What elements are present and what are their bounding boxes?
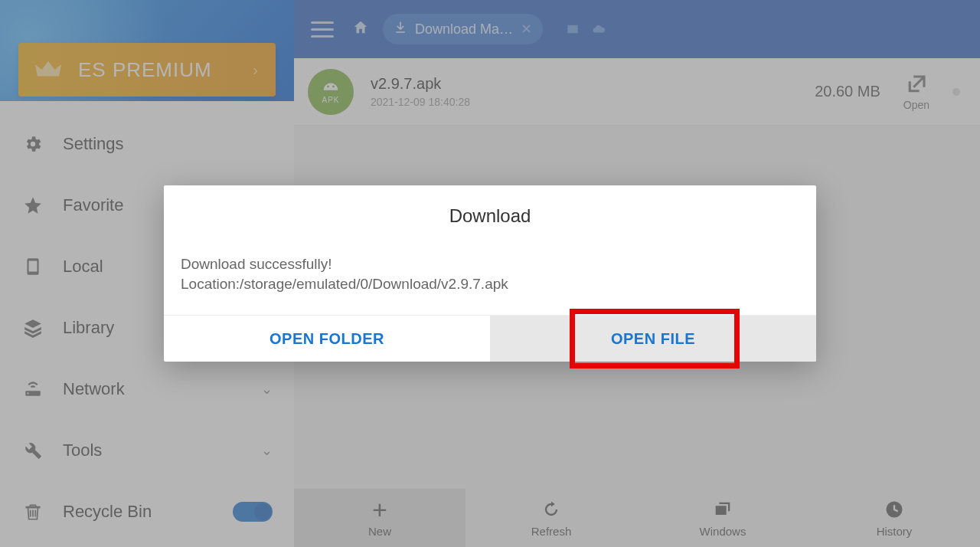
open-folder-button[interactable]: OPEN FOLDER xyxy=(164,316,490,362)
open-file-button[interactable]: OPEN FILE xyxy=(490,316,816,362)
dialog-message-line1: Download successfully! xyxy=(181,254,799,274)
dialog-title: Download xyxy=(164,185,816,254)
dialog-message-line2: Location:/storage/emulated/0/Download/v2… xyxy=(181,274,799,294)
dialog-body: Download successfully! Location:/storage… xyxy=(164,254,816,315)
download-dialog: Download Download successfully! Location… xyxy=(164,185,816,362)
dialog-actions: OPEN FOLDER OPEN FILE xyxy=(164,315,816,362)
